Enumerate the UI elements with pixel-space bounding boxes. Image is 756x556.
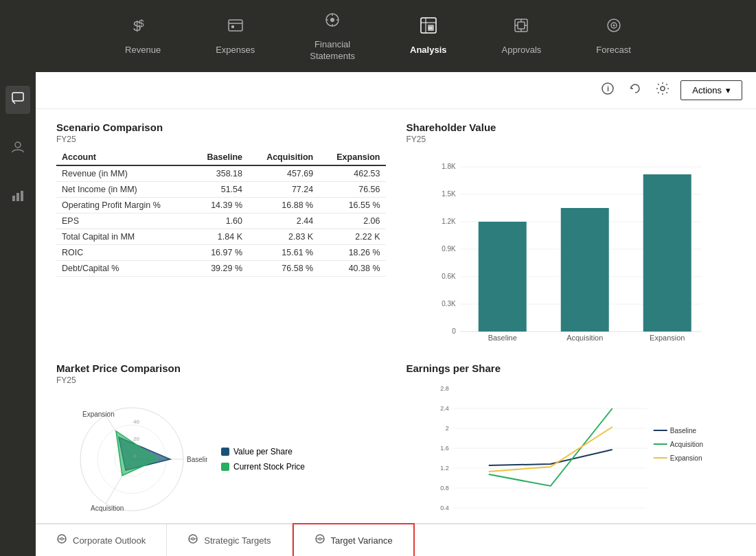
- svg-rect-31: [21, 191, 23, 201]
- table-cell-value: 16.88 %: [248, 198, 319, 213]
- svg-text:Baseline: Baseline: [488, 334, 516, 342]
- tab-corporate-outlook[interactable]: Corporate Outlook: [36, 524, 167, 556]
- scenario-comparison-title: Scenario Comparison: [56, 121, 386, 133]
- radar-container: Baseline Acquisition Expansion 40 20 0 V…: [56, 391, 386, 523]
- legend-dot-value: [221, 448, 229, 456]
- svg-text:1.2: 1.2: [440, 465, 449, 472]
- legend-value-per-share: Value per Share: [221, 447, 305, 456]
- svg-point-34: [661, 86, 665, 91]
- svg-text:2: 2: [445, 425, 448, 432]
- nav-item-financial-statements[interactable]: FinancialStatements: [282, 3, 382, 69]
- table-cell-account: Operating Profit Margin %: [56, 198, 191, 213]
- sidebar-icon-chat[interactable]: [5, 86, 30, 114]
- svg-point-6: [330, 18, 334, 22]
- scenario-comparison-subtitle: FY25: [56, 135, 386, 144]
- table-cell-value: 76.58 %: [248, 261, 319, 277]
- svg-text:0.4: 0.4: [440, 505, 449, 511]
- table-cell-value: 40.38 %: [319, 261, 385, 277]
- main-container: i Actions ▾: [0, 72, 756, 556]
- sidebar: [0, 72, 36, 556]
- settings-icon[interactable]: [653, 79, 672, 102]
- approvals-icon: [512, 16, 531, 39]
- shareholder-value-subtitle: FY25: [406, 135, 736, 144]
- table-cell-value: 358.18: [191, 165, 248, 182]
- market-price-subtitle: FY25: [56, 375, 386, 385]
- table-cell-account: Total Capital in MM: [56, 229, 191, 245]
- tab-target-variance-label: Target Variance: [331, 535, 393, 546]
- svg-rect-4: [231, 25, 234, 28]
- info-icon[interactable]: i: [598, 79, 617, 102]
- svg-text:i: i: [607, 84, 609, 93]
- table-cell-account: Debt/Capital %: [56, 261, 191, 277]
- tab-strategic-targets-label: Strategic Targets: [204, 535, 271, 546]
- nav-item-forecast[interactable]: Forecast: [569, 9, 658, 63]
- svg-text:2.4: 2.4: [440, 405, 449, 412]
- svg-text:2.8: 2.8: [440, 385, 449, 392]
- target-variance-icon: [314, 533, 325, 547]
- svg-text:Expansion: Expansion: [669, 454, 702, 462]
- table-cell-value: 77.24: [248, 182, 319, 198]
- svg-text:1.6: 1.6: [440, 445, 449, 452]
- nav-item-analysis[interactable]: Analysis: [382, 9, 474, 63]
- financial-statements-label: FinancialStatements: [310, 39, 355, 62]
- legend-dot-stock: [221, 463, 229, 471]
- tab-strategic-targets[interactable]: Strategic Targets: [167, 524, 292, 556]
- svg-text:0.9K: 0.9K: [442, 245, 456, 253]
- table-cell-account: Revenue (in MM): [56, 165, 191, 182]
- actions-button[interactable]: Actions ▾: [680, 80, 742, 100]
- svg-text:Baseline: Baseline: [669, 427, 696, 435]
- table-row: ROIC16.97 %15.61 %18.26 %: [56, 245, 386, 261]
- refresh-icon[interactable]: [626, 79, 645, 102]
- svg-text:20: 20: [133, 436, 139, 442]
- scenario-table: Account Baseline Acquisition Expansion R…: [56, 150, 386, 277]
- chevron-down-icon: ▾: [726, 85, 731, 95]
- svg-point-28: [15, 142, 21, 148]
- table-cell-value: 18.26 %: [319, 245, 385, 261]
- col-baseline: Baseline: [191, 150, 248, 165]
- revenue-label: Revenue: [125, 45, 161, 56]
- sidebar-icon-chart[interactable]: [5, 183, 30, 211]
- tab-corporate-outlook-label: Corporate Outlook: [73, 535, 146, 546]
- content-area: i Actions ▾: [36, 72, 756, 556]
- table-row: EPS1.602.442.06: [56, 213, 386, 229]
- legend-stock-price: Current Stock Price: [221, 462, 305, 472]
- table-cell-value: 16.55 %: [319, 198, 385, 213]
- table-row: Net Income (in MM)51.5477.2476.56: [56, 182, 386, 198]
- revenue-icon: $ $: [133, 16, 152, 39]
- earnings-chart: 0 0.4 0.8 1.2 1.6 2 2.4 2.8: [406, 375, 736, 523]
- market-price-title: Market Price Comparison: [56, 362, 386, 374]
- bottom-tabs: Corporate Outlook Strategic Targets: [36, 523, 756, 556]
- market-price-panel: Market Price Comparison FY25: [49, 357, 393, 523]
- nav-item-approvals[interactable]: Approvals: [474, 9, 569, 63]
- tab-target-variance[interactable]: Target Variance: [293, 523, 415, 556]
- actions-label: Actions: [692, 85, 722, 95]
- sidebar-icon-user[interactable]: [5, 135, 30, 163]
- svg-text:Acquisition: Acquisition: [669, 441, 702, 448]
- table-row: Operating Profit Margin %14.39 %16.88 %1…: [56, 198, 386, 213]
- table-cell-value: 462.53: [319, 165, 385, 182]
- svg-text:0: 0: [133, 453, 137, 459]
- svg-text:Expansion: Expansion: [82, 410, 115, 418]
- col-expansion: Expansion: [319, 150, 385, 165]
- table-cell-value: 15.61 %: [248, 245, 319, 261]
- shareholder-value-panel: Shareholder Value FY25 0 0.3K 0.6K 0.9K …: [400, 116, 743, 350]
- svg-text:1.8K: 1.8K: [442, 163, 456, 170]
- analysis-label: Analysis: [410, 45, 446, 56]
- approvals-label: Approvals: [502, 45, 542, 56]
- svg-rect-29: [12, 196, 15, 201]
- col-acquisition: Acquisition: [248, 150, 319, 165]
- table-cell-value: 39.29 %: [191, 261, 248, 277]
- svg-text:0.8: 0.8: [440, 485, 449, 491]
- table-cell-account: ROIC: [56, 245, 191, 261]
- svg-text:Acquisition: Acquisition: [91, 505, 124, 512]
- financial-statements-icon: [323, 10, 342, 34]
- nav-item-expenses[interactable]: Expenses: [188, 9, 282, 63]
- nav-item-revenue[interactable]: $ $ Revenue: [98, 9, 188, 63]
- table-cell-value: 457.69: [248, 165, 319, 182]
- svg-text:1.5K: 1.5K: [442, 190, 456, 198]
- svg-rect-49: [478, 222, 526, 332]
- strategic-targets-icon: [187, 533, 198, 547]
- table-cell-account: EPS: [56, 213, 191, 229]
- legend-label-stock: Current Stock Price: [233, 462, 305, 472]
- table-cell-value: 2.44: [248, 213, 319, 229]
